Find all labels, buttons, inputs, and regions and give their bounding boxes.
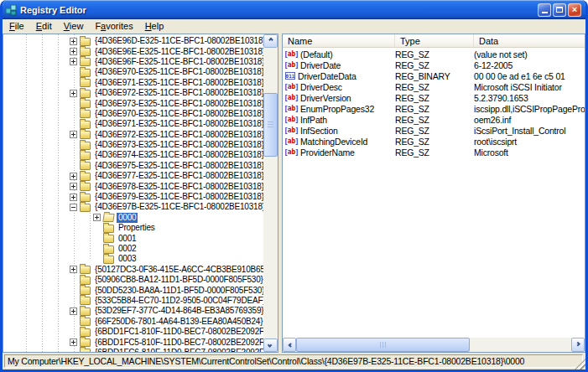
tree-item-label: {4D36E96E-E325-11CE-BFC1-08002BE10318} [93,47,263,57]
expand-plus-icon[interactable] [70,48,77,55]
tree-item[interactable]: 0003 [3,254,263,264]
expand-plus-icon[interactable] [70,90,77,97]
tree-item[interactable]: {4D36E971-E325-11CE-BFC1-08002BE10318} [3,119,263,129]
registry-value-row[interactable]: abDriverVersionREG_SZ5.2.3790.1653 [283,92,585,103]
tree-item[interactable]: 0000 [3,213,263,223]
tree-item[interactable]: {50DD5230-BA8A-11D1-BF5D-0000F805F530} [3,285,263,295]
minimize-button[interactable] [538,3,551,17]
value-data-cell: (value not set) [474,49,585,59]
tree-item[interactable]: 0001 [3,233,263,243]
collapse-minus-icon[interactable] [70,204,77,211]
menu-item-help[interactable]: Help [139,19,170,34]
expand-plus-icon[interactable] [70,194,77,201]
menu-item-file[interactable]: File [3,19,30,34]
menu-item-favorites[interactable]: Favorites [89,19,138,34]
chevron-up-icon [268,38,273,43]
scroll-down-button[interactable] [263,338,278,352]
tree-item-label: {533C5B84-EC70-11D2-9505-00C04F79DEAF} [93,296,263,306]
tree-item-label: {4D36E978-E325-11CE-BFC1-08002BE10318} [93,182,263,192]
tree-item[interactable]: {4D36E974-E325-11CE-BFC1-08002BE10318} [3,150,263,160]
folder-icon [80,100,91,108]
registry-value-row[interactable]: abMatchingDeviceIdREG_SZroot\iscsiprt [283,136,585,147]
registry-tree[interactable]: {4D36E96D-E325-11CE-BFC1-08002BE10318}{4… [3,34,263,352]
column-header-type[interactable]: Type [395,34,474,47]
scroll-left-button[interactable] [283,338,296,352]
expand-plus-icon[interactable] [70,307,77,315]
tree-item[interactable]: {6BDD1FC1-810F-11D0-BEC7-08002BE2092F} [3,327,263,337]
expand-plus-icon[interactable] [70,131,77,138]
tree-item[interactable]: {53D29EF7-377C-4D14-864B-EB3A85769359} [3,306,263,316]
expand-plus-icon[interactable] [70,266,77,273]
column-header-name[interactable]: Name [283,34,395,47]
tree-item[interactable]: {4D36E978-E325-11CE-BFC1-08002BE10318} [3,181,263,191]
folder-icon [103,245,114,254]
horizontal-scroll-thumb[interactable] [296,338,470,352]
expand-plus-icon[interactable] [70,58,77,65]
value-name-cell: abInfPath [285,115,395,125]
tree-item[interactable]: {4D36E977-E325-11CE-BFC1-08002BE10318} [3,171,263,181]
tree-item[interactable]: {50906CB8-BA12-11D1-BF5D-0000F805F530} [3,275,263,285]
value-type-cell: REG_SZ [395,82,474,92]
tree-item[interactable]: {6BDD1FC5-810F-11D0-BEC7-08002BE2092F} [3,337,263,347]
tree-vertical-scrollbar[interactable] [263,34,278,352]
registry-value-row[interactable]: 011DriverDateDataREG_BINARY00 00 0e ad e… [283,70,585,81]
tree-item[interactable]: {4D36E971-E325-11CE-BFC1-08002BE10318} [3,78,263,88]
expand-plus-icon[interactable] [70,173,77,180]
expand-plus-icon[interactable] [70,338,77,346]
binary-value-icon: 011 [285,72,295,80]
folder-icon [80,79,91,87]
expand-plus-icon[interactable] [70,183,77,190]
registry-value-row[interactable]: abInfSectionREG_SZiScsiPort_Install_Cont… [283,125,585,136]
tree-item-label: {4D36E973-E325-11CE-BFC1-08002BE10318} [93,140,263,150]
tree-item[interactable]: {4D36E97B-E325-11CE-BFC1-08002BE10318} [3,202,263,212]
value-type-cell: REG_SZ [395,126,474,136]
scroll-up-button[interactable] [263,34,278,48]
tree-item[interactable]: {4D36E970-E325-11CE-BFC1-08002BE10318} [3,109,263,119]
registry-value-row[interactable]: abDriverDateREG_SZ6-12-2005 [283,59,585,70]
tree-item[interactable]: {533C5B84-EC70-11D2-9505-00C04F79DEAF} [3,296,263,306]
tree-item-label: {6BDD1FC6-810F-11D0-BEC7-08002BE2092F} [93,348,263,352]
tree-item[interactable]: {4D36E972-E325-11CE-BFC1-08002BE10318} [3,88,263,98]
vertical-scroll-thumb[interactable] [263,93,278,157]
tree-item[interactable]: {50127DC3-0F36-415E-A6CC-4CB3BE910B65} [3,265,263,275]
tree-item[interactable]: {4D36E96D-E325-11CE-BFC1-08002BE10318} [3,36,263,46]
values-list[interactable]: ab(Default)REG_SZ(value not set)abDriver… [283,49,585,158]
value-name: (Default) [300,49,332,59]
tree-item[interactable]: {6BDD1FC6-810F-11D0-BEC7-08002BE2092F} [3,348,263,352]
tree-item[interactable]: {66F250D6-7801-4A64-B139-EEA80A450B24} [3,317,263,327]
tree-item-label: {4D36E974-E325-11CE-BFC1-08002BE10318} [93,150,263,160]
tree-item[interactable]: {4D36E970-E325-11CE-BFC1-08002BE10318} [3,67,263,77]
values-horizontal-scrollbar[interactable] [283,338,585,352]
expand-plus-icon[interactable] [93,214,101,221]
expand-plus-icon[interactable] [70,38,77,45]
tree-item[interactable]: 0002 [3,244,263,254]
maximize-button[interactable] [553,3,566,17]
column-header-data[interactable]: Data [474,34,585,47]
tree-item[interactable]: {4D36E96E-E325-11CE-BFC1-08002BE10318} [3,46,263,56]
registry-value-row[interactable]: ab(Default)REG_SZ(value not set) [283,49,585,59]
menu-item-view[interactable]: View [58,19,90,34]
tree-item[interactable]: {4D36E979-E325-11CE-BFC1-08002BE10318} [3,192,263,202]
registry-value-row[interactable]: abInfPathREG_SZoem26.inf [283,114,585,125]
registry-value-row[interactable]: abDriverDescREG_SZMicrosoft iSCSI Initia… [283,81,585,92]
menu-item-edit[interactable]: Edit [30,19,58,34]
titlebar[interactable]: Registry Editor × [0,0,588,19]
tree-item[interactable]: Properties [3,223,263,233]
value-name-cell: abProviderName [285,147,395,158]
tree-item[interactable]: {4D36E973-E325-11CE-BFC1-08002BE10318} [3,98,263,108]
value-type-cell: REG_SZ [395,147,474,158]
tree-item[interactable]: {4D36E973-E325-11CE-BFC1-08002BE10318} [3,140,263,150]
value-type-cell: REG_SZ [395,49,474,59]
registry-editor-window: Registry Editor × FileEditViewFavoritesH… [0,0,588,372]
folder-icon [80,307,91,316]
close-button[interactable]: × [568,3,581,17]
window-controls: × [538,3,581,17]
registry-value-row[interactable]: abProviderNameREG_SZMicrosoft [283,147,585,158]
column-headers: NameTypeData [283,34,585,48]
value-type-cell: REG_SZ [395,93,474,103]
tree-item[interactable]: {4D36E975-E325-11CE-BFC1-08002BE10318} [3,161,263,171]
tree-item[interactable]: {4D36E972-E325-11CE-BFC1-08002BE10318} [3,130,263,140]
registry-value-row[interactable]: abEnumPropPages32REG_SZiscsipp.dll,iSCSI… [283,103,585,114]
tree-item[interactable]: {4D36E96F-E325-11CE-BFC1-08002BE10318} [3,57,263,67]
scroll-right-button[interactable] [571,338,585,352]
